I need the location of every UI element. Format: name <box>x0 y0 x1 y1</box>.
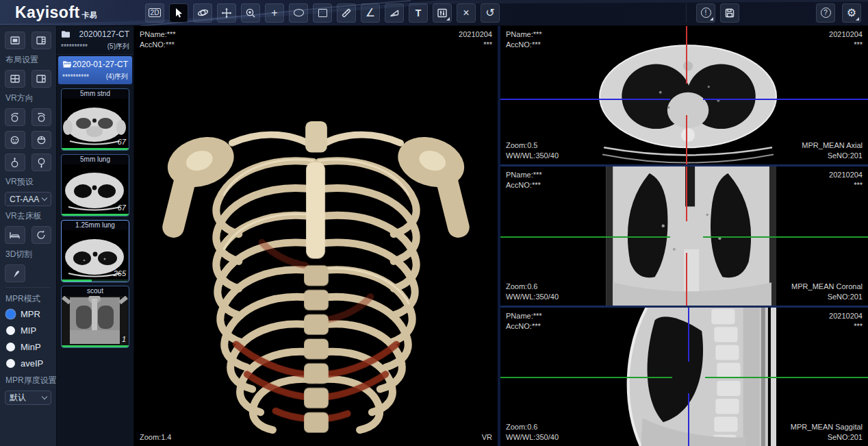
vr-dir-bottom-button[interactable] <box>31 153 52 171</box>
info-icon: ! <box>701 8 711 18</box>
ellipse-icon <box>294 9 304 16</box>
series-thumbnail-5mm-lung[interactable]: 5mm lung 67 <box>61 154 129 216</box>
head-bottom-icon <box>36 157 47 169</box>
magnifier-plus-icon <box>245 8 256 18</box>
series-thumbnail-scout[interactable]: scout 1 <box>61 286 129 348</box>
cut-3d-label: 3D切割 <box>5 249 51 260</box>
layout-preset-button[interactable] <box>31 32 52 49</box>
bed-icon <box>9 230 21 241</box>
mpr-mode-label: MPR模式 <box>5 293 51 305</box>
radio-option-label: MPR <box>21 309 40 319</box>
chevron-down-icon <box>42 195 47 201</box>
help-button[interactable]: ? <box>816 3 835 23</box>
rectangle-tool-button[interactable] <box>313 3 332 23</box>
layout-grid-2x2-button[interactable] <box>5 70 25 88</box>
thumbnail-progress-bar <box>62 345 129 347</box>
ellipse-tool-button[interactable] <box>289 3 308 23</box>
thumbnail-image-count: 1 <box>122 335 126 343</box>
mpr-axial-viewport[interactable]: PName:*** AccNO:*** 20210204 *** Zoom:0.… <box>500 26 868 164</box>
angle-tool-button[interactable]: ∠ <box>361 3 380 23</box>
angle-icon: ∠ <box>366 6 375 19</box>
app-logo: Kayisoft 卡易 <box>0 3 145 22</box>
save-tool-button[interactable] <box>720 3 739 23</box>
delete-tool-button[interactable]: × <box>457 3 476 23</box>
vr-dir-front-button[interactable] <box>5 131 25 149</box>
main-area: 布局设置 VR方向 <box>0 26 868 446</box>
rotate-3d-icon <box>197 7 209 18</box>
mpr-coronal-viewport[interactable]: PName:*** AccNO:*** 20210204 *** Zoom:0.… <box>500 166 868 305</box>
cobb-angle-icon <box>389 8 400 18</box>
text-tool-button[interactable]: T <box>409 3 428 23</box>
folder-icon <box>61 30 71 38</box>
ruler-icon <box>341 8 352 18</box>
help-icon: ? <box>821 8 831 18</box>
radio-icon <box>6 326 15 335</box>
mpr-panel-stack: PName:*** AccNO:*** 20210204 *** Zoom:0.… <box>500 26 868 446</box>
ct-viewer-app: Kayisoft 卡易 2D <box>0 0 868 446</box>
thumbnail-image-count: 67 <box>118 203 126 212</box>
series-thumbnail-5mm-stnd[interactable]: 5mm stnd 67 <box>61 88 129 151</box>
window-level-icon <box>437 8 448 18</box>
settings-button[interactable]: ⚙ <box>842 3 861 23</box>
study-title: 20200127-CT <box>79 29 129 39</box>
toolbar-right-group: ? ⚙ <box>816 3 861 23</box>
mode-2d-toggle-button[interactable]: 2D <box>145 3 164 23</box>
vr-direction-label: VR方向 <box>5 92 51 104</box>
reset-tool-button[interactable]: ↺ <box>481 3 500 23</box>
radio-option-label: MinP <box>21 342 41 352</box>
mpr-mode-option-aveip[interactable]: aveIP <box>6 358 51 369</box>
logo-text-cn: 卡易 <box>82 10 97 21</box>
crosshair-tool-button[interactable]: + <box>265 3 284 23</box>
cobb-angle-tool-button[interactable] <box>385 3 404 23</box>
thumbnail-label: 5mm stnd <box>62 89 129 99</box>
mpr-thickness-label: MPR厚度设置 <box>5 375 51 386</box>
layout-single-button[interactable] <box>5 32 25 49</box>
window-level-tool-button[interactable] <box>433 3 452 23</box>
vr-dir-rotate-left-button[interactable] <box>5 108 25 126</box>
study-item-1[interactable]: 20200127-CT ********** (5)序列 <box>57 26 133 55</box>
measure-tool-button[interactable] <box>337 3 356 23</box>
toolbar-main-group: 2D <box>145 3 500 23</box>
pointer-tool-button[interactable] <box>169 3 188 23</box>
2d-icon: 2D <box>149 8 162 17</box>
layout-1-plus-3-button[interactable] <box>31 70 52 88</box>
thumbnail-label: scout <box>62 286 129 296</box>
left-tools-sidebar: 布局设置 VR方向 <box>0 26 57 446</box>
zoom-in-tool-button[interactable] <box>241 3 260 23</box>
mpr-thickness-select[interactable]: 默认 <box>5 391 51 405</box>
remove-bed-button[interactable] <box>5 226 25 244</box>
radio-icon <box>6 343 15 351</box>
study-series-count: (4)序列 <box>106 72 128 82</box>
mpr-mode-option-minp[interactable]: MinP <box>6 342 51 352</box>
layout-grid-icon <box>10 73 21 84</box>
series-panel: 20200127-CT ********** (5)序列 2020-01-27-… <box>57 26 134 446</box>
info-tool-button[interactable]: ! <box>696 3 715 23</box>
reset-rotate-icon <box>36 230 47 240</box>
vr-dir-rotate-right-button[interactable] <box>31 108 52 126</box>
bed-reset-button[interactable] <box>31 226 52 244</box>
layout-section-label: 布局设置 <box>5 54 51 66</box>
pan-tool-button[interactable] <box>217 3 236 23</box>
rectangle-icon <box>318 9 327 17</box>
head-rotate-left-icon <box>9 112 21 123</box>
scalpel-button[interactable] <box>5 264 25 282</box>
rotate-3d-tool-button[interactable] <box>193 3 212 23</box>
vr-dir-top-button[interactable] <box>5 153 25 171</box>
thumbnail-label: 5mm lung <box>62 155 129 164</box>
mpr-mode-option-mip[interactable]: MIP <box>6 325 51 336</box>
study-series-count: (5)序列 <box>107 42 129 51</box>
layout-preset-icon <box>36 35 47 46</box>
study-title: 2020-01-27-CT <box>73 60 128 69</box>
coronal-ct-image <box>500 166 868 305</box>
radio-option-label: MIP <box>21 325 36 336</box>
series-thumbnail-1-25mm-lung[interactable]: 1.25mm lung 265 <box>61 220 129 282</box>
logo-text: Kayisoft <box>15 3 80 22</box>
text-icon: T <box>416 8 422 18</box>
mpr-mode-option-mpr[interactable]: MPR <box>6 309 51 319</box>
study-item-2-active[interactable]: 2020-01-27-CT ********** (4)序列 <box>58 56 132 84</box>
mpr-sagittal-viewport[interactable]: PName:*** AccNO:*** 20210204 *** Zoom:0.… <box>500 308 868 446</box>
vr-preset-select[interactable]: CT-AAA <box>5 192 51 206</box>
vr-dir-back-button[interactable] <box>31 131 52 149</box>
vr-viewport[interactable]: PName:*** AccNO:*** 20210204 *** Zoom:1.… <box>134 26 500 446</box>
toolbar-secondary-group: ! <box>686 3 739 23</box>
